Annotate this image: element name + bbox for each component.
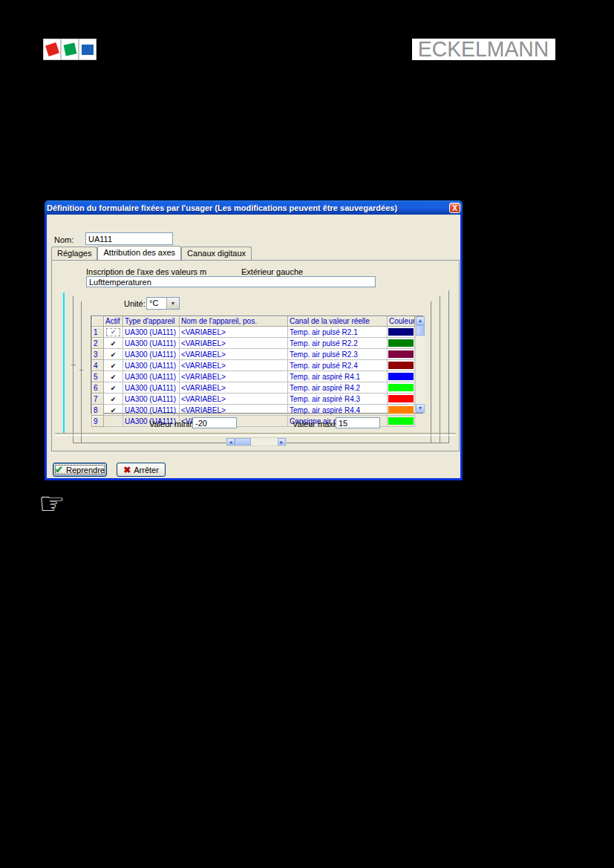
row-number: 9	[92, 416, 104, 427]
chevron-down-icon[interactable]: ▼	[166, 298, 179, 309]
actif-checkbox[interactable]: ✔	[104, 382, 123, 394]
color-swatch	[388, 373, 414, 380]
reprendre-button[interactable]: ✔ Reprendre	[53, 463, 107, 477]
tab-canaux-digitaux[interactable]: Canaux digitaux	[181, 247, 252, 260]
nom-appareil-cell: <VARIABEL>	[180, 382, 288, 394]
canal-cell: Temp. air pulsé R2.4	[288, 360, 388, 371]
couleur-cell[interactable]	[388, 360, 415, 371]
axis-caption-label: Inscription de l'axe des valeurs m	[86, 267, 206, 276]
axis-tick	[71, 365, 76, 365]
column-header: Canal de la valeur réelle	[288, 316, 388, 327]
nom-appareil-cell: <VARIABEL>	[180, 349, 288, 360]
checkmark-icon: ✔	[111, 340, 117, 347]
value-axis-gray	[431, 301, 431, 443]
checkmark-icon: ✔	[111, 396, 117, 403]
axis-position-value: Extérieur gauche	[241, 267, 303, 276]
scrollbar-track[interactable]	[251, 438, 278, 446]
scroll-up-icon[interactable]: ▲	[416, 316, 425, 325]
min-input[interactable]	[192, 417, 237, 428]
checkbox-focused-icon: ✔	[106, 328, 120, 336]
eckelmann-logo: ECKELMANN	[412, 39, 555, 60]
couleur-cell[interactable]	[388, 371, 415, 382]
tab-attribution-des-axes[interactable]: Attribution des axes	[97, 246, 181, 261]
actif-checkbox[interactable]: ✔	[104, 371, 123, 382]
channel-table: ActifType d'appareilNom de l'appareil, p…	[91, 316, 423, 414]
scroll-left-icon[interactable]: ◄	[226, 438, 235, 446]
tab-r-glages[interactable]: Réglages	[51, 247, 97, 260]
couleur-cell[interactable]	[388, 382, 415, 394]
row-number: 3	[92, 349, 104, 360]
table-row[interactable]: 3✔UA300 (UA111)<VARIABEL>Temp. air pulsé…	[92, 349, 415, 360]
scrollbar-thumb[interactable]	[416, 325, 425, 336]
row-number: 2	[92, 338, 104, 349]
column-header	[92, 316, 104, 327]
scroll-down-icon[interactable]: ▼	[416, 404, 425, 413]
row-number: 7	[92, 394, 104, 405]
table-row[interactable]: 8✔UA300 (UA111)<VARIABEL>Temp. air aspir…	[92, 405, 415, 416]
axis-caption-input[interactable]	[86, 276, 376, 287]
scrollbar-thumb[interactable]	[235, 438, 251, 446]
actif-checkbox[interactable]: ✔	[104, 349, 123, 360]
unit-value: °C	[147, 298, 166, 309]
couleur-cell[interactable]	[388, 349, 415, 360]
color-swatch	[388, 362, 414, 369]
scroll-right-icon[interactable]: ►	[278, 438, 286, 446]
table-row[interactable]: 5✔UA300 (UA111)<VARIABEL>Temp. air aspir…	[92, 371, 415, 382]
value-axis-gray	[73, 296, 74, 443]
canal-cell: Temp. air aspiré R4.4	[288, 405, 388, 416]
dialog-title: Définition du formulaire fixées par l'us…	[47, 203, 449, 212]
page: ECKELMANN Définition du formulaire fixée…	[0, 0, 614, 868]
checkmark-icon: ✔	[111, 373, 117, 381]
unit-dropdown[interactable]: °C ▼	[146, 297, 180, 310]
couleur-cell[interactable]	[388, 405, 415, 416]
nom-appareil-cell: <VARIABEL>	[180, 394, 288, 405]
table-row[interactable]: 7✔UA300 (UA111)<VARIABEL>Temp. air aspir…	[92, 394, 415, 405]
canal-cell: Temp. air pulsé R2.1	[288, 327, 388, 338]
max-input[interactable]	[336, 417, 380, 428]
couleur-cell[interactable]	[388, 394, 415, 405]
separator-line	[55, 433, 456, 436]
close-icon[interactable]: X	[449, 203, 460, 213]
value-axis-gray	[81, 301, 82, 443]
actif-checkbox[interactable]: ✔	[104, 327, 123, 338]
couleur-cell[interactable]	[388, 338, 415, 349]
nom-input[interactable]	[85, 232, 173, 245]
dialog-window: Définition du formulaire fixées par l'us…	[45, 215, 463, 480]
actif-checkbox[interactable]	[104, 416, 123, 427]
arreter-button-label: Arrêter	[134, 466, 159, 474]
column-header: Actif	[104, 316, 123, 327]
type-appareil-cell: UA300 (UA111)	[123, 405, 180, 416]
type-appareil-cell: UA300 (UA111)	[123, 338, 180, 349]
column-header: Type d'appareil	[123, 316, 180, 327]
vertical-scrollbar[interactable]: ▲ ▼	[415, 316, 425, 413]
type-appareil-cell: UA300 (UA111)	[123, 394, 180, 405]
canal-cell: Temp. air pulsé R2.2	[288, 338, 388, 349]
color-swatch	[388, 395, 414, 402]
type-appareil-cell: UA300 (UA111)	[123, 371, 180, 382]
table-row[interactable]: 4✔UA300 (UA111)<VARIABEL>Temp. air pulsé…	[92, 360, 415, 371]
arreter-button[interactable]: ✖ Arrêter	[117, 463, 166, 477]
type-appareil-cell: UA300 (UA111)	[123, 349, 180, 360]
couleur-cell[interactable]	[388, 416, 415, 427]
checkmark-icon: ✔	[111, 407, 117, 414]
table-row[interactable]: 2✔UA300 (UA111)<VARIABEL>Temp. air pulsé…	[92, 338, 415, 349]
row-number: 1	[92, 327, 104, 338]
type-appareil-cell: UA300 (UA111)	[123, 327, 180, 338]
company-logo	[43, 39, 97, 60]
actif-checkbox[interactable]: ✔	[104, 360, 123, 371]
couleur-cell[interactable]	[388, 327, 415, 338]
actif-checkbox[interactable]: ✔	[104, 394, 123, 405]
actif-checkbox[interactable]: ✔	[104, 405, 123, 416]
actif-checkbox[interactable]: ✔	[104, 338, 123, 349]
horizontal-scrollbar[interactable]: ◄ ►	[226, 437, 287, 446]
dialog-titlebar[interactable]: Définition du formulaire fixées par l'us…	[45, 200, 463, 215]
logo-cell	[43, 39, 61, 60]
color-swatch	[388, 350, 414, 358]
type-appareil-cell: UA300 (UA111)	[123, 360, 180, 371]
checkmark-icon: ✔	[111, 351, 117, 359]
color-swatch	[388, 384, 414, 391]
table-row[interactable]: 6✔UA300 (UA111)<VARIABEL>Temp. air aspir…	[92, 382, 415, 394]
table-row[interactable]: 1✔UA300 (UA111)<VARIABEL>Temp. air pulsé…	[92, 327, 415, 338]
nom-appareil-cell: <VARIABEL>	[180, 405, 288, 416]
eckelmann-logo-text: ECKELMANN	[418, 36, 549, 62]
